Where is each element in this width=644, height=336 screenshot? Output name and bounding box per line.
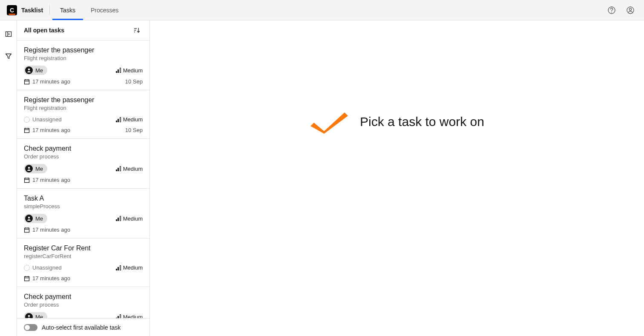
assignee-pill: Unassigned — [24, 264, 62, 272]
avatar-icon — [25, 165, 33, 172]
created-label: 17 minutes ago — [32, 127, 70, 133]
sort-button[interactable] — [131, 24, 143, 36]
avatar-icon — [25, 313, 33, 318]
task-due: 10 Sep — [125, 127, 143, 133]
task-priority: Medium — [116, 166, 143, 172]
logo-icon: C — [7, 5, 17, 15]
task-priority: Medium — [116, 215, 143, 222]
assignee-pill: Me — [24, 214, 47, 223]
assignee-pill: Me — [24, 66, 47, 75]
assignee-label: Unassigned — [32, 116, 62, 123]
svg-rect-24 — [25, 228, 29, 232]
unassigned-icon — [24, 117, 30, 123]
app-body: All open tasks Register the passenger Fl… — [0, 20, 644, 336]
filter-icon — [5, 53, 12, 60]
created-label: 17 minutes ago — [32, 177, 70, 183]
priority-label: Medium — [123, 215, 143, 222]
calendar-icon — [24, 79, 30, 85]
task-title: Check payment — [24, 293, 143, 301]
help-icon — [607, 6, 616, 14]
task-item[interactable]: Check payment Order process Me Medium — [17, 287, 150, 318]
task-created: 17 minutes ago — [24, 78, 70, 85]
priority-label: Medium — [123, 314, 143, 319]
created-label: 17 minutes ago — [32, 227, 70, 233]
priority-label: Medium — [123, 166, 143, 172]
task-list-panel: All open tasks Register the passenger Fl… — [17, 20, 150, 336]
logo-letter: C — [10, 7, 14, 13]
assignee-pill: Unassigned — [24, 115, 62, 123]
assignee-label: Me — [35, 215, 43, 222]
assignee-label: Me — [35, 166, 43, 172]
calendar-icon — [24, 177, 30, 183]
created-label: 17 minutes ago — [32, 275, 70, 281]
task-priority: Medium — [116, 264, 143, 271]
assignee-pill: Me — [24, 164, 47, 173]
expand-panel-button[interactable] — [3, 28, 14, 40]
task-item[interactable]: Check payment Order process Me Medium — [17, 139, 150, 189]
avatar-icon — [25, 215, 33, 222]
empty-state-text: Pick a task to work on — [360, 115, 484, 129]
priority-bars-icon — [116, 166, 121, 171]
main-content: Pick a task to work on — [150, 20, 644, 336]
auto-select-label: Auto-select first available task — [42, 324, 121, 331]
assignee-pill: Me — [24, 312, 47, 318]
tab-tasks[interactable]: Tasks — [52, 0, 83, 20]
calendar-icon — [24, 227, 30, 233]
task-title: Register the passenger — [24, 46, 143, 54]
task-created: 17 minutes ago — [24, 227, 70, 233]
main-nav: Tasks Processes — [52, 0, 126, 20]
task-title: Register Car For Rent — [24, 244, 143, 252]
task-title: Check payment — [24, 145, 143, 152]
svg-point-3 — [629, 8, 631, 10]
priority-label: Medium — [123, 264, 143, 271]
expand-panel-icon — [5, 31, 12, 37]
svg-rect-19 — [25, 178, 29, 182]
svg-rect-14 — [25, 128, 29, 132]
svg-point-9 — [28, 69, 30, 70]
assignee-label: Unassigned — [32, 264, 62, 271]
task-process: registerCarForRent — [24, 253, 143, 259]
task-created: 17 minutes ago — [24, 127, 70, 133]
unassigned-icon — [24, 265, 30, 271]
assignee-label: Me — [35, 314, 43, 319]
task-priority: Medium — [116, 314, 143, 319]
priority-bars-icon — [116, 117, 121, 122]
task-process: Flight registration — [24, 105, 143, 111]
task-item[interactable]: Task A simpleProcess Me Medium 17 m — [17, 189, 150, 238]
assignee-label: Me — [35, 67, 43, 74]
task-list-footer: Auto-select first available task — [17, 318, 150, 336]
tab-processes[interactable]: Processes — [83, 0, 126, 20]
task-due: 10 Sep — [125, 78, 143, 85]
priority-bars-icon — [116, 265, 121, 270]
task-list-scroll[interactable]: Register the passenger Flight registrati… — [17, 40, 150, 318]
priority-bars-icon — [116, 216, 121, 221]
filter-button[interactable] — [3, 50, 14, 62]
user-menu-button[interactable] — [622, 2, 639, 19]
task-priority: Medium — [116, 67, 143, 74]
task-item[interactable]: Register Car For Rent registerCarForRent… — [17, 238, 150, 287]
tab-label: Tasks — [60, 7, 75, 14]
app-logo[interactable]: C Tasklist — [7, 0, 50, 20]
auto-select-toggle[interactable] — [24, 324, 37, 331]
svg-point-32 — [28, 315, 30, 317]
priority-bars-icon — [116, 68, 121, 73]
empty-state: Pick a task to work on — [310, 110, 484, 134]
calendar-icon — [24, 276, 30, 281]
task-filter-title: All open tasks — [24, 27, 64, 34]
task-priority: Medium — [116, 116, 143, 123]
help-button[interactable] — [603, 2, 620, 19]
svg-rect-10 — [25, 80, 29, 84]
svg-point-18 — [28, 167, 30, 169]
task-item[interactable]: Register the passenger Flight registrati… — [17, 40, 150, 90]
task-process: Flight registration — [24, 55, 143, 61]
priority-label: Medium — [123, 67, 143, 74]
priority-bars-icon — [116, 314, 121, 318]
priority-label: Medium — [123, 116, 143, 123]
task-item[interactable]: Register the passenger Flight registrati… — [17, 90, 150, 139]
task-created: 17 minutes ago — [24, 177, 70, 183]
app-header: C Tasklist Tasks Processes — [0, 0, 644, 20]
header-icons — [603, 0, 639, 20]
calendar-icon — [24, 127, 30, 133]
svg-rect-28 — [25, 276, 29, 281]
app-title: Tasklist — [21, 7, 43, 14]
